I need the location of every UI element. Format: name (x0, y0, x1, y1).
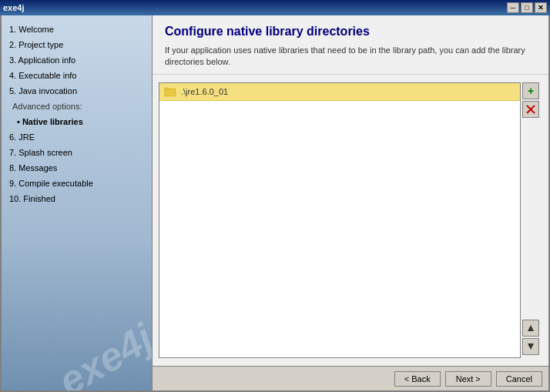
content-description: If your application uses native librarie… (165, 45, 536, 68)
sidebar-item-compile[interactable]: 9. Compile executable (6, 176, 147, 191)
window-title: exe4j (3, 3, 25, 12)
svg-marker-5 (528, 343, 534, 350)
list-and-buttons: .\jre1.6.0_01 + (159, 82, 542, 358)
sidebar-item-messages[interactable]: 8. Messages (6, 160, 147, 176)
sidebar-item-finished[interactable]: 10. Finished (6, 191, 147, 206)
list-item[interactable]: .\jre1.6.0_01 (159, 83, 520, 101)
svg-rect-1 (164, 88, 169, 90)
svg-marker-4 (528, 325, 534, 331)
title-bar: exe4j ─ □ ✕ (0, 0, 550, 15)
move-down-button[interactable] (522, 338, 539, 355)
move-up-button[interactable] (522, 320, 539, 337)
sidebar-item-application-info[interactable]: 3. Application info (6, 52, 147, 68)
sidebar-item-java-invocation[interactable]: 5. Java invocation (6, 83, 147, 99)
maximize-button[interactable]: □ (521, 2, 533, 13)
sidebar-item-executable-info[interactable]: 4. Executable info (6, 68, 147, 83)
sidebar-item-welcome[interactable]: 1. Welcome (6, 22, 147, 37)
sidebar-item-advanced-options: Advanced options: (6, 99, 147, 114)
down-icon (527, 343, 535, 350)
sidebar-item-splash-screen[interactable]: 7. Splash screen (6, 145, 147, 160)
nav-buttons (522, 320, 542, 355)
sidebar-item-project-type[interactable]: 2. Project type (6, 37, 147, 52)
content-body: .\jre1.6.0_01 + (153, 75, 548, 366)
content-area: Configure native library directories If … (152, 15, 548, 390)
content-title: Configure native library directories (165, 25, 536, 39)
add-button[interactable]: + (522, 82, 539, 99)
back-button[interactable]: < Back (394, 371, 441, 387)
up-icon (527, 324, 535, 332)
next-button[interactable]: Next > (445, 371, 491, 387)
remove-icon (525, 104, 536, 115)
bottom-bar: < Back Next > Cancel (153, 366, 548, 390)
minimize-button[interactable]: ─ (507, 2, 519, 13)
content-wrapper: Configure native library directories If … (153, 15, 548, 390)
top-buttons: + (522, 82, 542, 118)
remove-button[interactable] (522, 101, 539, 118)
list-item-text: .\jre1.6.0_01 (181, 87, 228, 96)
window-controls: ─ □ ✕ (507, 2, 547, 13)
cancel-button[interactable]: Cancel (496, 371, 542, 387)
right-panel: + (522, 82, 542, 358)
window: exe4j ─ □ ✕ 1. Welcome 2. Project type 3… (0, 0, 550, 392)
sidebar-item-jre[interactable]: 6. JRE (6, 129, 147, 145)
library-list[interactable]: .\jre1.6.0_01 (159, 82, 521, 358)
close-button[interactable]: ✕ (535, 2, 547, 13)
folder-icon (164, 85, 176, 98)
content-header: Configure native library directories If … (153, 15, 548, 75)
sidebar-item-native-libraries[interactable]: Native libraries (6, 114, 147, 129)
main-container: 1. Welcome 2. Project type 3. Applicatio… (0, 15, 550, 392)
sidebar: 1. Welcome 2. Project type 3. Applicatio… (2, 15, 152, 390)
watermark: exe4j (51, 314, 152, 390)
